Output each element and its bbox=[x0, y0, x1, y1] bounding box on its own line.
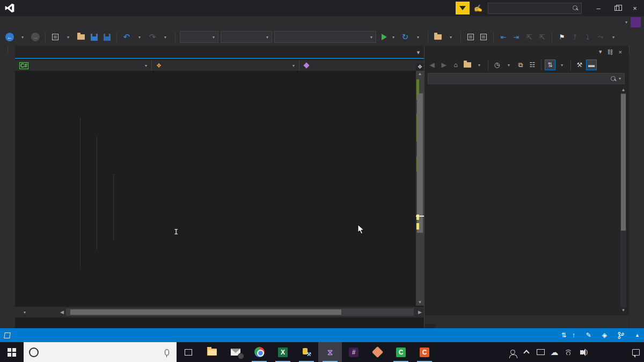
home-icon[interactable]: ⌂ bbox=[450, 60, 461, 70]
startup-project-dropdown[interactable]: ▾ bbox=[274, 31, 376, 43]
wifi-icon[interactable] bbox=[561, 350, 575, 355]
account-avatar[interactable] bbox=[631, 17, 641, 27]
mail-button[interactable] bbox=[224, 342, 247, 362]
repository-icon[interactable]: ◈ bbox=[602, 331, 607, 339]
uncomment-icon[interactable] bbox=[478, 32, 489, 42]
platform-dropdown[interactable]: ▾ bbox=[221, 31, 272, 43]
prev-bookmark-icon[interactable]: ⤴ bbox=[569, 32, 580, 42]
switch-views-caret-icon[interactable]: ▾ bbox=[474, 60, 485, 70]
redo-caret-icon[interactable]: ▾ bbox=[160, 32, 171, 42]
save-icon[interactable] bbox=[89, 32, 99, 42]
quick-launch-input[interactable] bbox=[488, 3, 582, 14]
close-button[interactable]: × bbox=[626, 1, 644, 16]
decrease-indent-icon[interactable]: ⇤ bbox=[498, 32, 509, 42]
start-debugging-button[interactable]: ▾ bbox=[378, 34, 398, 40]
toolbar-overflow-caret-icon[interactable]: ▾ bbox=[608, 32, 619, 42]
member-scope-dropdown[interactable]: ▾ bbox=[299, 60, 424, 71]
se-scrollbar-thumb[interactable] bbox=[621, 94, 626, 231]
bookmark-icon[interactable]: ⚑ bbox=[557, 32, 567, 42]
tray-expand-chevron-icon[interactable] bbox=[519, 349, 533, 355]
hscrollbar-thumb[interactable] bbox=[70, 309, 342, 315]
next-bookmark-icon[interactable]: ⤵ bbox=[582, 32, 593, 42]
type-scope-dropdown[interactable]: ❖ ▾ bbox=[152, 60, 299, 71]
send-feedback-icon[interactable]: ✍ bbox=[474, 4, 482, 12]
scroll-up-arrow-icon[interactable]: ▲ bbox=[416, 71, 424, 77]
camtasia-green-button[interactable]: C bbox=[389, 342, 413, 362]
diagnostic-tools-tab[interactable] bbox=[629, 46, 637, 54]
collapse-all-icon[interactable]: ⧉ bbox=[515, 60, 526, 70]
scroll-down-arrow-icon[interactable]: ▼ bbox=[416, 299, 424, 306]
people-icon[interactable] bbox=[506, 350, 519, 354]
find-in-files-icon[interactable] bbox=[433, 32, 443, 42]
unpushed-commits-icon[interactable]: ↑ bbox=[572, 331, 575, 339]
pending-edits-icon[interactable]: ✎ bbox=[586, 331, 591, 339]
chrome-button[interactable] bbox=[247, 342, 271, 362]
tab-solution-explorer[interactable] bbox=[425, 324, 435, 328]
display-icon[interactable] bbox=[533, 349, 547, 355]
pull-requests-icon[interactable]: ⇅ bbox=[561, 331, 567, 339]
navigate-forward-icon[interactable]: → bbox=[30, 32, 41, 42]
back-caret-icon[interactable]: ▾ bbox=[17, 32, 28, 42]
branch-caret-icon[interactable]: ▲ bbox=[635, 333, 640, 338]
find-caret-icon[interactable]: ▾ bbox=[445, 32, 456, 42]
open-file-icon[interactable] bbox=[76, 32, 86, 42]
split-editor-grip-icon[interactable]: ✥ bbox=[416, 63, 424, 71]
properties-window-icon[interactable]: ☷ bbox=[527, 60, 538, 70]
tab-overflow-caret-icon[interactable]: ▼ bbox=[416, 50, 421, 55]
configuration-dropdown[interactable]: ▾ bbox=[180, 31, 218, 43]
properties-wrench-icon[interactable]: ⚒ bbox=[574, 60, 585, 70]
solution-explorer-scrollbar[interactable]: ▲ ▼ bbox=[620, 87, 626, 313]
se-scroll-up-icon[interactable]: ▲ bbox=[620, 87, 626, 92]
clear-bookmarks-icon[interactable]: ⤳ bbox=[595, 32, 606, 42]
feedback-filter-icon[interactable] bbox=[456, 2, 470, 14]
editor-vertical-scrollbar[interactable]: ✥ ▲ ▼ bbox=[416, 71, 424, 306]
se-forward-icon[interactable]: ▶ bbox=[438, 60, 449, 70]
indent-extra2-icon[interactable]: ⇱ bbox=[537, 32, 547, 42]
show-all-files-icon[interactable]: ▬ bbox=[586, 60, 597, 70]
microphone-icon[interactable] bbox=[165, 349, 169, 356]
project-scope-dropdown[interactable]: C# ▾ bbox=[15, 60, 152, 71]
tab-team-explorer[interactable] bbox=[435, 324, 446, 328]
solution-explorer-search-input[interactable]: ▾ bbox=[428, 73, 625, 84]
panel-close-icon[interactable]: × bbox=[616, 49, 625, 55]
refresh-caret-icon[interactable]: ▾ bbox=[413, 32, 423, 42]
save-all-icon[interactable] bbox=[101, 32, 112, 42]
se-scroll-down-icon[interactable]: ▼ bbox=[620, 308, 626, 313]
task-view-button[interactable] bbox=[177, 342, 200, 362]
indent-extra1-icon[interactable]: ⇱ bbox=[524, 32, 535, 42]
navigate-back-icon[interactable]: ← bbox=[4, 32, 15, 42]
undo-icon[interactable]: ↶ bbox=[121, 32, 132, 42]
sql-server-object-explorer-tab[interactable] bbox=[0, 46, 8, 54]
slack-button[interactable]: # bbox=[342, 342, 365, 362]
hscroll-left-arrow-icon[interactable]: ◀ bbox=[58, 309, 66, 315]
pending-changes-filter-icon[interactable]: ◷ bbox=[492, 60, 502, 70]
volume-icon[interactable] bbox=[575, 350, 589, 354]
switch-views-icon[interactable] bbox=[462, 60, 473, 70]
pin-icon[interactable]: ⛓ bbox=[605, 49, 616, 55]
zoom-dropdown[interactable]: ▾ bbox=[15, 310, 58, 315]
cube-app-button[interactable] bbox=[365, 342, 389, 362]
restore-button[interactable] bbox=[608, 1, 626, 16]
ssms-button[interactable]: ⚒ bbox=[295, 342, 318, 362]
minimize-button[interactable]: – bbox=[589, 1, 608, 16]
increase-indent-icon[interactable]: ⇥ bbox=[511, 32, 522, 42]
start-button[interactable] bbox=[0, 342, 24, 362]
scrollbar-thumb[interactable] bbox=[417, 93, 423, 233]
editor-horizontal-scrollbar[interactable] bbox=[66, 308, 414, 316]
pending-changes-caret-icon[interactable]: ▾ bbox=[503, 60, 514, 70]
file-explorer-button[interactable] bbox=[200, 342, 224, 362]
panel-options-caret-icon[interactable]: ▾ bbox=[596, 48, 605, 55]
camtasia-red-button[interactable]: C bbox=[413, 342, 436, 362]
se-back-icon[interactable]: ◀ bbox=[427, 60, 437, 70]
undo-caret-icon[interactable]: ▾ bbox=[134, 32, 145, 42]
sync-caret-icon[interactable]: ▾ bbox=[557, 60, 567, 70]
excel-button[interactable]: X bbox=[271, 342, 295, 362]
taskbar-search-input[interactable] bbox=[24, 342, 177, 362]
sync-with-active-document-icon[interactable]: ⇅ bbox=[545, 60, 555, 70]
onedrive-cloud-icon[interactable]: ☁ bbox=[547, 348, 561, 357]
new-file-icon[interactable] bbox=[50, 32, 61, 42]
action-center-button[interactable] bbox=[628, 349, 644, 356]
new-file-caret-icon[interactable]: ▾ bbox=[63, 32, 74, 42]
account-caret-icon[interactable]: ▾ bbox=[625, 20, 627, 25]
comment-out-icon[interactable] bbox=[465, 32, 476, 42]
